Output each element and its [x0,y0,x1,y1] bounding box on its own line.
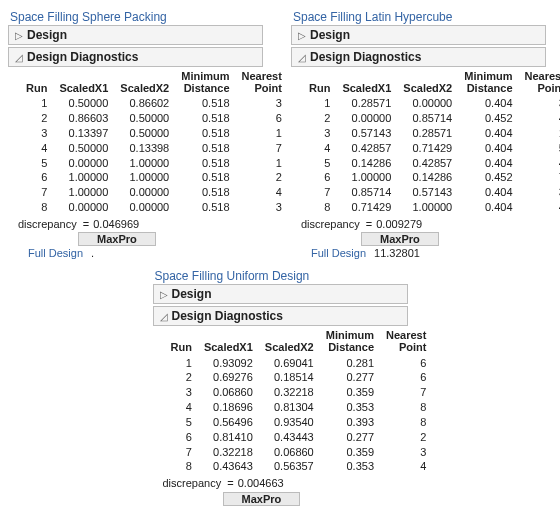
table-cell: 0.85714 [397,111,458,126]
table-cell: 8 [20,200,53,215]
table-cell: 0.404 [458,126,518,141]
table-cell: 3 [165,385,198,400]
table-cell: 0.281 [320,356,380,371]
table-row: 50.142860.428570.4044 [303,156,560,171]
table-cell: 1.00000 [336,170,397,185]
table-cell: 0.50000 [53,96,114,111]
table-cell: 1.00000 [114,170,175,185]
table-cell: 1.00000 [114,156,175,171]
table-cell: 3 [20,126,53,141]
table-cell: 3 [519,185,560,200]
table-cell: 0.518 [175,200,235,215]
diagnostics-table: Run ScaledX1 ScaledX2 Minimum Distance N… [165,328,433,474]
col-near: Nearest Point [519,69,560,96]
panel-title: Space Filling Uniform Design [155,269,408,283]
col-mind: Minimum Distance [320,328,380,355]
design-panel: Space Filling Uniform Design ▷ Design ◿ … [153,269,408,508]
table-cell: 3 [519,96,560,111]
table-cell: 0.69041 [259,356,320,371]
summary-block: discrepancy = 0.004663 MaxPro Full Desig… [163,476,408,508]
maxpro-header[interactable]: MaxPro [361,232,439,246]
section-design[interactable]: ▷ Design [291,25,546,45]
table-cell: 0.18514 [259,370,320,385]
maxpro-header[interactable]: MaxPro [78,232,156,246]
table-cell: 3 [236,200,288,215]
table-cell: 0.13398 [114,141,175,156]
table-cell: 0.353 [320,459,380,474]
table-cell: 0.518 [175,96,235,111]
table-cell: 0.14286 [397,170,458,185]
section-diagnostics[interactable]: ◿ Design Diagnostics [291,47,546,67]
section-diagnostics[interactable]: ◿ Design Diagnostics [8,47,263,67]
discrepancy-label: discrepancy = [18,217,89,232]
table-cell: 0.86603 [53,111,114,126]
table-cell: 7 [20,185,53,200]
col-sx1: ScaledX1 [198,328,259,355]
table-row: 20.000000.857140.4524 [303,111,560,126]
table-cell: 7 [165,445,198,460]
table-row: 10.930920.690410.2816 [165,356,433,371]
table-cell: 5 [303,156,336,171]
panel-title: Space Filling Sphere Packing [10,10,263,24]
table-cell: 0.06860 [259,445,320,460]
table-cell: 4 [20,141,53,156]
table-cell: 0.85714 [336,185,397,200]
col-run: Run [20,69,53,96]
table-cell: 0.43643 [198,459,259,474]
table-cell: 0.06860 [198,385,259,400]
table-row: 70.322180.068600.3593 [165,445,433,460]
table-row: 20.692760.185140.2776 [165,370,433,385]
table-cell: 6 [20,170,53,185]
table-cell: 7 [303,185,336,200]
discrepancy-value: 0.046969 [93,217,139,232]
table-cell: 0.32218 [198,445,259,460]
fulldesign-label: Full Design [28,247,83,259]
table-row: 40.500000.133980.5187 [20,141,288,156]
col-sx2: ScaledX2 [397,69,458,96]
table-cell: 0.404 [458,96,518,111]
section-diagnostics[interactable]: ◿ Design Diagnostics [153,306,408,326]
table-cell: 2 [380,430,432,445]
table-row: 40.428570.714290.4045 [303,141,560,156]
section-diagnostics-label: Design Diagnostics [172,309,283,323]
table-cell: 2 [20,111,53,126]
table-cell: 4 [519,156,560,171]
table-cell: 0.50000 [114,126,175,141]
table-cell: 0.00000 [114,200,175,215]
table-cell: 8 [380,400,432,415]
table-cell: 0.13397 [53,126,114,141]
table-cell: 7 [380,385,432,400]
table-cell: 0.71429 [397,141,458,156]
section-diagnostics-label: Design Diagnostics [310,50,421,64]
table-row: 20.866030.500000.5186 [20,111,288,126]
section-design[interactable]: ▷ Design [8,25,263,45]
table-cell: 0.93540 [259,415,320,430]
table-cell: 0.32218 [259,385,320,400]
fulldesign-value: . [91,247,94,259]
table-cell: 0.93092 [198,356,259,371]
table-cell: 0.518 [175,141,235,156]
table-cell: 0.57143 [336,126,397,141]
table-cell: 0.57143 [397,185,458,200]
maxpro-header[interactable]: MaxPro [223,492,301,506]
table-cell: 1 [236,156,288,171]
table-cell: 0.359 [320,385,380,400]
table-cell: 0.404 [458,156,518,171]
chevron-right-icon: ▷ [298,30,306,41]
section-design-label: Design [310,28,350,42]
table-cell: 6 [165,430,198,445]
table-cell: 4 [519,111,560,126]
table-cell: 4 [519,200,560,215]
design-panel: Space Filling Latin Hypercube ▷ Design ◿… [291,10,546,259]
table-row: 30.571430.285710.4041 [303,126,560,141]
table-cell: 0.518 [175,111,235,126]
section-design[interactable]: ▷ Design [153,284,408,304]
table-cell: 0.404 [458,141,518,156]
section-design-label: Design [27,28,67,42]
col-sx2: ScaledX2 [259,328,320,355]
table-cell: 0.518 [175,156,235,171]
table-cell: 0.42857 [336,141,397,156]
table-cell: 2 [165,370,198,385]
table-cell: 1.00000 [53,185,114,200]
table-cell: 0.00000 [397,96,458,111]
